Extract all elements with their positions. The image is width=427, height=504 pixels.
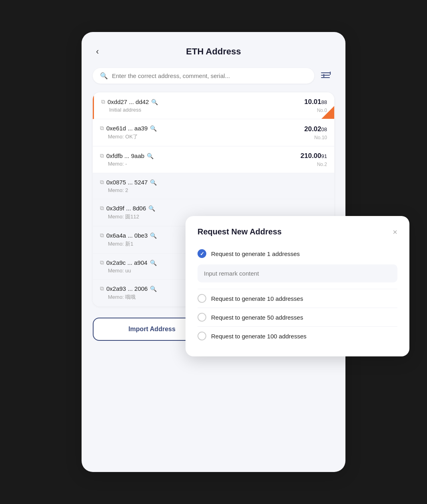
copy-icon[interactable]: ⧉: [100, 232, 104, 239]
addr-memo: Memo: 2: [100, 187, 157, 193]
radio-option-1[interactable]: Request to generate 1 addresses: [198, 245, 397, 262]
addr-memo: Memo: uu: [100, 268, 157, 274]
radio-circle-100: [198, 332, 206, 340]
page-title: ETH Address: [186, 46, 241, 57]
copy-icon[interactable]: ⧉: [100, 259, 104, 266]
modal-title: Request New Address: [198, 227, 281, 236]
search-addr-icon[interactable]: 🔍: [150, 260, 157, 266]
modal-card: Request New Address × Request to generat…: [186, 216, 409, 356]
radio-option-50[interactable]: Request to generate 50 addresses: [198, 309, 397, 326]
modal-overlay: Request New Address × Request to generat…: [186, 216, 409, 356]
addr-text: 0x3d9f ... 8d06: [106, 205, 146, 212]
addr-amount: 20.0208: [304, 125, 327, 133]
addr-memo: Memo: OK了: [100, 133, 157, 140]
modal-close-button[interactable]: ×: [393, 228, 397, 236]
active-indicator: [321, 106, 334, 119]
divider: [198, 289, 397, 289]
table-row[interactable]: ⧉ 0xfdfb ... 9aab 🔍 Memo: - 210.0091 No.…: [93, 146, 334, 173]
table-row[interactable]: ⧉ 0xdd27 ... dd42 🔍 Initial address 10.0…: [93, 92, 334, 119]
search-addr-icon[interactable]: 🔍: [147, 153, 154, 159]
radio-label-50: Request to generate 50 addresses: [211, 314, 303, 321]
search-addr-icon[interactable]: 🔍: [151, 99, 158, 105]
back-button[interactable]: ‹: [93, 45, 102, 58]
search-addr-icon[interactable]: 🔍: [148, 205, 155, 212]
remark-input[interactable]: [198, 264, 397, 282]
addr-memo: Initial address: [101, 107, 158, 113]
radio-circle-10: [198, 294, 206, 303]
modal-header: Request New Address ×: [198, 227, 397, 236]
radio-circle-50: [198, 313, 206, 322]
addr-left-0: ⧉ 0xdd27 ... dd42 🔍 Initial address: [101, 98, 158, 113]
search-addr-icon[interactable]: 🔍: [150, 179, 157, 186]
addr-text: 0xe61d ... aa39: [106, 125, 148, 132]
filter-button[interactable]: [318, 68, 334, 83]
radio-label-1: Request to generate 1 addresses: [211, 250, 300, 257]
radio-label-100: Request to generate 100 addresses: [211, 333, 307, 340]
copy-icon[interactable]: ⧉: [101, 98, 105, 105]
addr-text: 0x0875 ... 5247: [106, 179, 148, 186]
addr-amount: 210.0091: [301, 152, 327, 160]
addr-text: 0xdd27 ... dd42: [108, 98, 149, 105]
header: ‹ ETH Address: [93, 46, 334, 57]
addr-memo: Memo: 哦哦: [100, 294, 157, 301]
table-row[interactable]: ⧉ 0xe61d ... aa39 🔍 Memo: OK了 20.0208 No…: [93, 119, 334, 146]
table-row[interactable]: ⧉ 0x0875 ... 5247 🔍 Memo: 2: [93, 173, 334, 199]
addr-memo: Memo: 圆112: [100, 213, 155, 220]
divider: [198, 308, 397, 308]
addr-text: 0x6a4a ... 0be3: [106, 232, 148, 239]
addr-text: 0xfdfb ... 9aab: [106, 152, 144, 159]
radio-label-10: Request to generate 10 addresses: [211, 295, 303, 302]
addr-memo: Memo: 新1: [100, 240, 157, 248]
search-icon: 🔍: [100, 72, 108, 80]
search-bar: 🔍: [93, 68, 334, 84]
addr-number: No.2: [317, 162, 327, 167]
divider: [198, 326, 397, 327]
radio-option-10[interactable]: Request to generate 10 addresses: [198, 290, 397, 307]
copy-icon[interactable]: ⧉: [100, 152, 104, 159]
search-addr-icon[interactable]: 🔍: [150, 232, 157, 239]
search-input[interactable]: [112, 72, 307, 79]
search-addr-icon[interactable]: 🔍: [150, 125, 157, 132]
copy-icon[interactable]: ⧉: [100, 179, 104, 186]
copy-icon[interactable]: ⧉: [100, 285, 104, 292]
copy-icon[interactable]: ⧉: [100, 205, 104, 212]
addr-text: 0x2a9c ... a904: [106, 259, 148, 266]
search-addr-icon[interactable]: 🔍: [150, 286, 157, 292]
addr-amount: 10.0188: [304, 98, 327, 106]
radio-circle-1: [198, 249, 206, 258]
search-wrapper: 🔍: [93, 68, 314, 84]
radio-option-100[interactable]: Request to generate 100 addresses: [198, 328, 397, 344]
main-card: ‹ ETH Address 🔍 ⧉ 0xdd27 ... dd42: [82, 32, 345, 472]
addr-memo: Memo: -: [100, 161, 154, 167]
addr-number: No.10: [314, 135, 327, 140]
copy-icon[interactable]: ⧉: [100, 125, 104, 132]
addr-text: 0x2a93 ... 2006: [106, 285, 148, 292]
